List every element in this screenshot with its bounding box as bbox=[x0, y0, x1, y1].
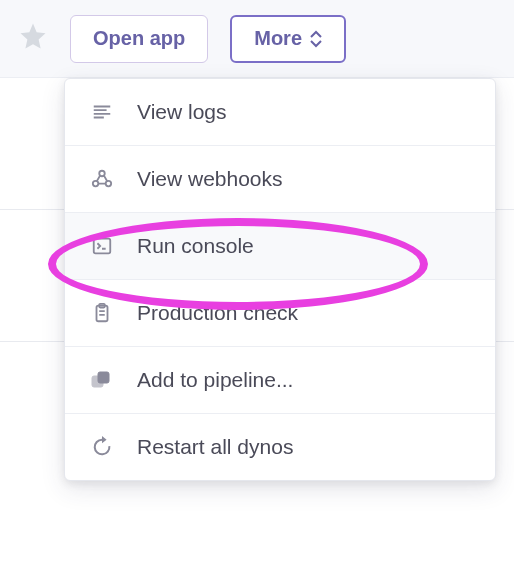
open-app-button[interactable]: Open app bbox=[70, 15, 208, 63]
logs-icon bbox=[89, 99, 115, 125]
clipboard-icon bbox=[89, 300, 115, 326]
svg-rect-13 bbox=[98, 372, 109, 383]
menu-item-restart-dynos[interactable]: Restart all dynos bbox=[65, 414, 495, 480]
menu-item-label: View logs bbox=[137, 100, 227, 124]
menu-item-label: Run console bbox=[137, 234, 254, 258]
favorite-star-icon[interactable] bbox=[18, 21, 48, 56]
webhooks-icon bbox=[89, 166, 115, 192]
app-toolbar: Open app More bbox=[0, 0, 514, 78]
menu-item-production-check[interactable]: Production check bbox=[65, 280, 495, 347]
pipeline-icon bbox=[89, 367, 115, 393]
chevron-up-down-icon bbox=[310, 30, 322, 48]
more-dropdown: View logs View webhooks Run console bbox=[64, 78, 496, 481]
more-button[interactable]: More bbox=[230, 15, 346, 63]
menu-item-run-console[interactable]: Run console bbox=[65, 213, 495, 280]
menu-item-label: Production check bbox=[137, 301, 298, 325]
console-icon bbox=[89, 233, 115, 259]
restart-icon bbox=[89, 434, 115, 460]
svg-rect-7 bbox=[94, 239, 111, 254]
menu-item-label: View webhooks bbox=[137, 167, 283, 191]
menu-item-view-webhooks[interactable]: View webhooks bbox=[65, 146, 495, 213]
menu-item-view-logs[interactable]: View logs bbox=[65, 79, 495, 146]
menu-item-label: Restart all dynos bbox=[137, 435, 293, 459]
open-app-label: Open app bbox=[93, 27, 185, 50]
menu-item-add-to-pipeline[interactable]: Add to pipeline... bbox=[65, 347, 495, 414]
menu-item-label: Add to pipeline... bbox=[137, 368, 293, 392]
more-label: More bbox=[254, 27, 302, 50]
